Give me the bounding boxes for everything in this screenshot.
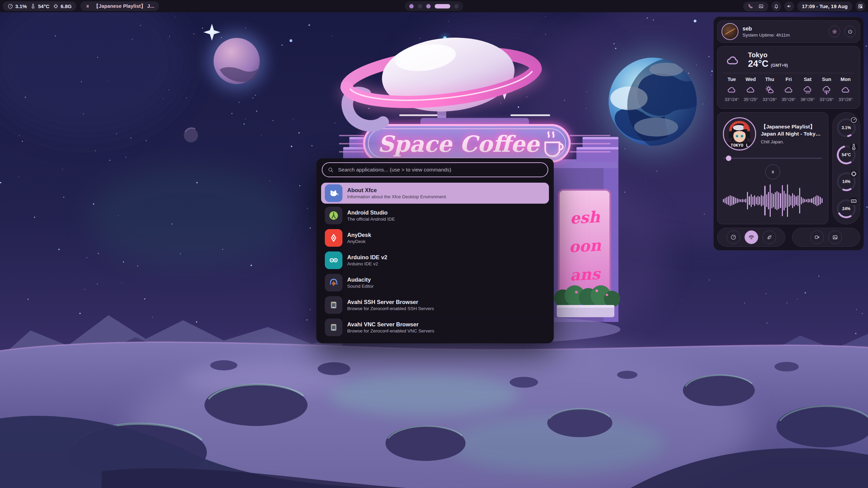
viz-bar	[759, 197, 760, 205]
photo-icon[interactable]	[758, 3, 764, 9]
app-name: Avahi VNC Server Browser	[347, 321, 434, 328]
forecast-day: Tue 33°/24°	[723, 77, 741, 102]
seek-bar[interactable]	[723, 156, 823, 161]
viz-bar	[785, 194, 786, 208]
svg-text:esh: esh	[570, 208, 601, 228]
viz-bar	[816, 195, 817, 206]
viz-bar	[733, 197, 734, 204]
media-status-pill[interactable]: 【Japanese Playlist】 J...	[80, 1, 159, 11]
list-item[interactable]: Avahi VNC Server Browser Browse for Zero…	[321, 317, 549, 338]
volume-button[interactable]	[784, 1, 794, 11]
quick-settings-left	[717, 228, 785, 247]
viz-bar	[801, 197, 802, 204]
viz-bar	[764, 186, 765, 216]
workspace-dot-1[interactable]	[409, 4, 414, 8]
workspace-dot-2[interactable]	[418, 4, 422, 8]
scales-button[interactable]	[745, 230, 758, 244]
viz-bar	[818, 196, 819, 206]
app-name: Audacity	[347, 277, 374, 283]
stat-2: 6.8G	[53, 3, 72, 9]
album-art[interactable]: TOKYO L	[723, 117, 756, 150]
desktop: esh oon ans	[0, 0, 868, 488]
media-player-card: TOKYO L 【Japanese Playlist】 Japan All Ni…	[717, 112, 828, 224]
viz-bar	[808, 199, 809, 203]
video-button[interactable]	[810, 230, 824, 244]
video-icon	[814, 234, 820, 240]
cloud-icon	[727, 85, 737, 95]
viz-bar	[820, 197, 821, 204]
leaf-button[interactable]	[763, 230, 776, 244]
workspace-dot-4[interactable]	[435, 4, 450, 8]
gauge-chip: 14%	[836, 171, 857, 192]
forecast-day-label: Sat	[804, 77, 812, 82]
app-list: About Xfce Information about the Xfce De…	[321, 183, 549, 338]
power-button[interactable]	[844, 26, 856, 37]
viz-bar	[752, 197, 753, 205]
forecast-day: Thu 33°/26°	[761, 77, 778, 102]
app-name: Arduino IDE v2	[347, 254, 387, 261]
forecast-day-label: Mon	[841, 77, 851, 82]
overview-button[interactable]	[855, 1, 865, 11]
forecast-temps: 33°/26°	[763, 97, 776, 102]
weather-cloud-icon	[723, 53, 743, 68]
quick-settings-right	[792, 228, 860, 247]
forecast-day-label: Fri	[786, 77, 792, 82]
settings-button[interactable]	[829, 26, 840, 37]
thermo-icon	[850, 143, 857, 151]
control-sidebar: seb System Uptime: 4h11m Tokyo 24°C (GMT…	[713, 17, 864, 250]
gauge-gauge: 3.1%	[836, 117, 857, 138]
search-icon	[328, 167, 334, 173]
workspace-dot-3[interactable]	[426, 4, 431, 8]
workspace-switcher[interactable]	[405, 1, 463, 11]
viz-bar	[799, 188, 800, 214]
pause-icon	[85, 4, 90, 9]
search-input[interactable]	[337, 166, 542, 173]
forecast-temps: 36°/26°	[801, 97, 814, 102]
top-panel: 3.1% 54°C 6.8G 【Japanese Playlist】 J... …	[0, 0, 868, 12]
sign-text: Space Coffee	[378, 131, 540, 157]
bell-icon	[773, 3, 779, 9]
viz-bar	[792, 193, 793, 208]
clock[interactable]: 17:09 - Tue, 19 Aug	[797, 2, 852, 11]
list-item[interactable]: Audacity Sound Editor	[321, 272, 549, 293]
pause-icon	[770, 169, 775, 175]
app-description: Sound Editor	[347, 284, 374, 289]
forecast-day-label: Thu	[765, 77, 774, 82]
viz-bar	[742, 199, 743, 202]
viz-bar	[784, 191, 785, 210]
viz-bar	[803, 198, 804, 203]
search-bar[interactable]	[322, 162, 548, 177]
list-item[interactable]: Avahi SSH Server Browser Browse for Zero…	[321, 294, 549, 316]
app-description: The official Android IDE	[347, 217, 395, 222]
photo-button[interactable]	[828, 230, 842, 244]
weather-timezone: (GMT+9)	[771, 63, 788, 68]
track-subtitle: Chill Japan.	[761, 139, 823, 144]
power-icon	[847, 29, 853, 35]
list-item[interactable]: Android Studio The official Android IDE	[321, 205, 549, 226]
viz-bar	[789, 195, 790, 207]
list-item[interactable]: About Xfce Information about the Xfce De…	[321, 183, 549, 204]
viz-bar	[740, 199, 741, 202]
system-stats-pill[interactable]: 3.1% 54°C 6.8G	[3, 1, 76, 11]
viz-bar	[763, 196, 764, 206]
viz-bar	[778, 192, 779, 209]
pause-button[interactable]	[765, 164, 780, 179]
notifications-button[interactable]	[771, 1, 781, 11]
system-tray[interactable]	[743, 2, 768, 11]
svg-text:oon: oon	[568, 236, 601, 256]
gauge-button[interactable]	[727, 230, 740, 244]
list-item[interactable]: Arduino IDE v2 Arduino IDE v2	[321, 250, 549, 271]
seek-knob[interactable]	[726, 156, 731, 161]
phone-icon[interactable]	[748, 3, 753, 9]
app-launcher: About Xfce Information about the Xfce De…	[316, 158, 554, 343]
app-name: Android Studio	[347, 209, 395, 216]
user-card: seb System Uptime: 4h11m	[717, 20, 860, 43]
viz-bar	[735, 198, 736, 203]
grid-icon	[857, 3, 863, 9]
stat-value: 54°C	[38, 3, 50, 9]
viz-bar	[794, 195, 795, 207]
chip-icon	[53, 3, 59, 9]
viz-bar	[761, 195, 762, 207]
list-item[interactable]: AnyDesk AnyDesk	[321, 227, 549, 248]
workspace-dot-5[interactable]	[454, 4, 459, 8]
